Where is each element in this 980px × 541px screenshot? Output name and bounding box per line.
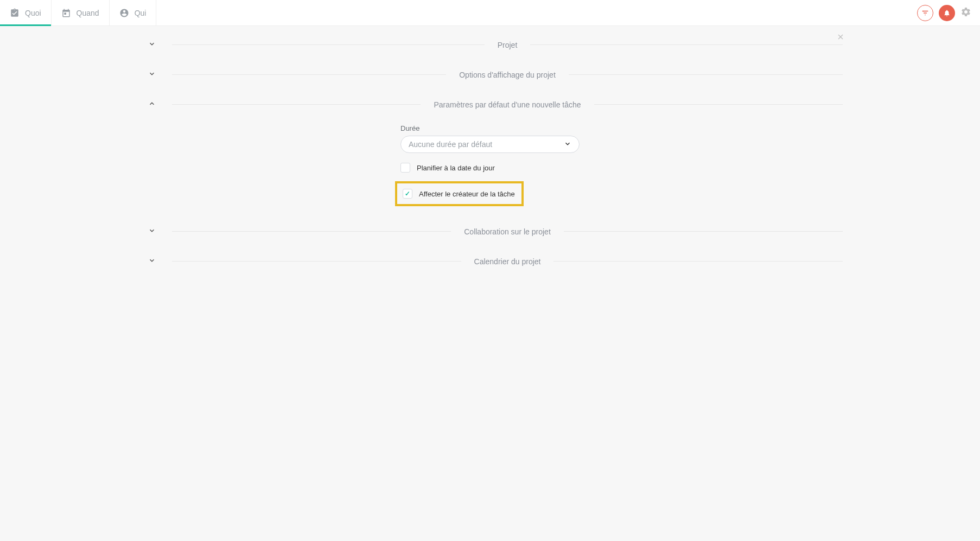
divider — [172, 261, 461, 262]
planifier-row: Planifier à la date du jour — [400, 163, 580, 173]
planifier-label[interactable]: Planifier à la date du jour — [417, 164, 495, 172]
divider — [172, 44, 485, 45]
affecter-checkbox[interactable] — [403, 189, 412, 199]
tab-label: Qui — [135, 9, 147, 17]
chevron-down-icon — [564, 140, 571, 149]
person-icon — [119, 8, 129, 18]
chevron-down-icon — [148, 70, 159, 79]
divider — [172, 104, 421, 105]
tab-label: Quoi — [25, 9, 41, 17]
section-title: Calendrier du projet — [474, 257, 541, 266]
tab-qui[interactable]: Qui — [110, 0, 157, 26]
divider — [172, 231, 451, 232]
highlight-affecter: Affecter le créateur de la tâche — [395, 181, 524, 206]
section-collaboration[interactable]: Collaboration sur le projet — [137, 227, 843, 236]
divider — [553, 261, 843, 262]
section-projet[interactable]: Projet — [137, 40, 843, 49]
tab-quoi[interactable]: Quoi — [0, 0, 52, 26]
divider — [530, 44, 843, 45]
chevron-down-icon — [148, 257, 159, 266]
duree-value: Aucune durée par défaut — [409, 140, 492, 149]
header-actions — [917, 0, 980, 26]
section-body-parametres: Durée Aucune durée par défaut Planifier … — [137, 124, 843, 206]
filter-button[interactable] — [917, 5, 933, 21]
svg-point-0 — [922, 10, 924, 11]
settings-panel: Projet Options d'affichage du projet Par… — [126, 26, 854, 288]
chevron-up-icon — [148, 100, 159, 109]
duree-select[interactable]: Aucune durée par défaut — [400, 136, 580, 153]
section-title: Paramètres par défaut d'une nouvelle tâc… — [434, 100, 581, 109]
settings-button[interactable] — [960, 7, 971, 19]
section-options-affichage[interactable]: Options d'affichage du projet — [137, 70, 843, 79]
planifier-checkbox[interactable] — [400, 163, 410, 173]
header: Quoi Quand Qui — [0, 0, 980, 26]
duree-label: Durée — [400, 124, 580, 132]
form-column: Durée Aucune durée par défaut Planifier … — [400, 124, 580, 206]
chevron-down-icon — [148, 227, 159, 236]
close-button[interactable] — [836, 33, 845, 44]
section-title: Collaboration sur le projet — [464, 227, 551, 236]
section-title: Projet — [498, 41, 518, 49]
notifications-button[interactable] — [939, 5, 955, 21]
affecter-label[interactable]: Affecter le créateur de la tâche — [419, 190, 515, 198]
section-calendrier[interactable]: Calendrier du projet — [137, 257, 843, 266]
section-parametres-defaut[interactable]: Paramètres par défaut d'une nouvelle tâc… — [137, 100, 843, 109]
checkbox-task-icon — [10, 8, 20, 18]
divider — [564, 231, 843, 232]
tabs: Quoi Quand Qui — [0, 0, 156, 26]
calendar-icon — [61, 8, 71, 18]
tab-label: Quand — [77, 9, 99, 17]
chevron-down-icon — [148, 40, 159, 49]
divider — [594, 104, 843, 105]
section-title: Options d'affichage du projet — [459, 71, 556, 79]
divider — [569, 74, 843, 75]
divider — [172, 74, 446, 75]
tab-quand[interactable]: Quand — [52, 0, 110, 26]
